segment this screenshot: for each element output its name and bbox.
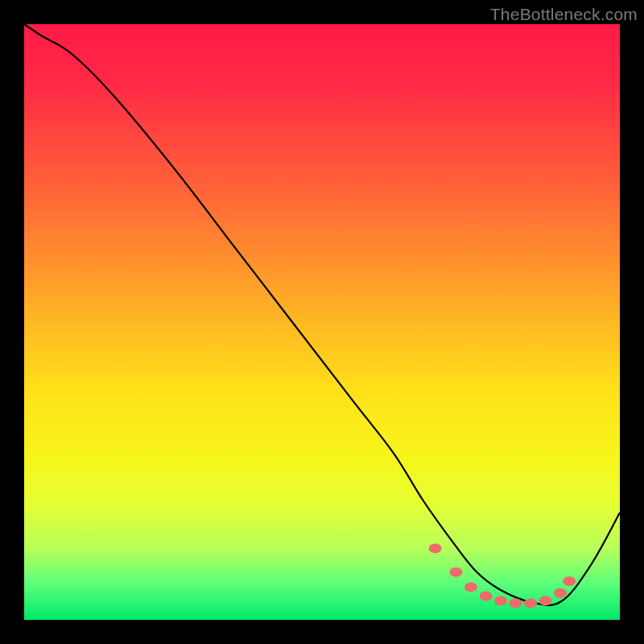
highlight-dot [539,596,552,605]
highlight-dot [563,576,576,586]
highlight-dot [480,591,493,601]
watermark-text: TheBottleneck.com [490,5,638,24]
highlight-dot [510,598,522,608]
highlight-dot [450,568,463,577]
chart-frame: TheBottleneck.com [0,0,644,644]
highlight-dot [554,588,567,598]
highlight-dots [429,543,576,608]
highlight-dot [524,598,537,608]
curve-svg [24,24,620,620]
plot-area [24,24,620,620]
highlight-dot [494,596,507,605]
highlight-dot [464,582,477,592]
highlight-dot [429,543,442,553]
bottleneck-curve [24,24,620,605]
